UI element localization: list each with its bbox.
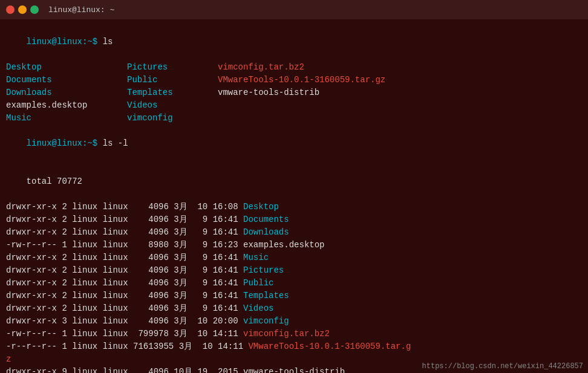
lsl-row-documents: drwxr-xr-x 2 linux linux 4096 3月 9 16:41… xyxy=(6,213,582,226)
ls-item-pictures: Pictures xyxy=(127,61,218,74)
ls-item-vimconfig: vimconfig xyxy=(127,112,218,125)
lsl-row-pictures: drwxr-xr-x 2 linux linux 4096 3月 9 16:41… xyxy=(6,264,582,277)
lsl-row-public: drwxr-xr-x 2 linux linux 4096 3月 9 16:41… xyxy=(6,277,582,290)
ls-item-examples: examples.desktop xyxy=(6,99,127,112)
watermark: https://blog.csdn.net/weixin_44226857 xyxy=(422,362,583,371)
ls-item-vmwaretools: VMwareTools-10.0.1-3160059.tar.gz xyxy=(218,74,385,86)
close-button[interactable] xyxy=(6,5,15,14)
lsl-row-downloads: drwxr-xr-x 2 linux linux 4096 3月 9 16:41… xyxy=(6,226,582,239)
ls-item-documents: Documents xyxy=(6,74,127,86)
ls-item-templates: Templates xyxy=(127,86,218,99)
ls-item-desktop: Desktop xyxy=(6,61,127,74)
title-bar: linux@linux: ~ xyxy=(0,0,588,19)
lsl-row-vmwaretools: -r--r--r-- 1 linux linux 71613955 3月 10 … xyxy=(6,340,582,353)
lsl-row-examples: -rw-r--r-- 1 linux linux 8980 3月 9 16:23… xyxy=(6,239,582,251)
terminal[interactable]: linux@linux:~$ ls Desktop Pictures vimco… xyxy=(0,19,588,373)
window-title: linux@linux: ~ xyxy=(48,5,114,15)
command-1: ls xyxy=(97,37,113,47)
lsl-row-vimconfig-tar: -rw-r--r-- 1 linux linux 799978 3月 10 14… xyxy=(6,328,582,340)
ls-grid-row-5: Music vimconfig xyxy=(6,112,582,125)
command-2: ls -l xyxy=(97,138,128,148)
maximize-button[interactable] xyxy=(30,5,39,14)
prompt-user-1: linux@linux:~$ xyxy=(27,37,98,47)
minimize-button[interactable] xyxy=(18,5,27,14)
ls-item-vimconfig-tar: vimconfig.tar.bz2 xyxy=(218,61,304,74)
ls-grid-row-2: Documents Public VMwareTools-10.0.1-3160… xyxy=(6,74,582,86)
ls-grid-row-4: examples.desktop Videos xyxy=(6,99,582,112)
ls-item-videos: Videos xyxy=(127,99,218,112)
prompt-user-2: linux@linux:~$ xyxy=(27,138,98,148)
window-controls[interactable] xyxy=(6,5,39,14)
prompt-line-2: linux@linux:~$ ls -l xyxy=(6,125,582,163)
total-line: total 70772 xyxy=(6,163,582,201)
ls-item-public: Public xyxy=(127,74,218,86)
lsl-row-vimconfig: drwxr-xr-x 3 linux linux 4096 3月 10 20:0… xyxy=(6,315,582,328)
lsl-row-videos: drwxr-xr-x 2 linux linux 4096 3月 9 16:41… xyxy=(6,302,582,315)
ls-grid-row-1: Desktop Pictures vimconfig.tar.bz2 xyxy=(6,61,582,74)
ls-item-downloads: Downloads xyxy=(6,86,127,99)
lsl-row-desktop: drwxr-xr-x 2 linux linux 4096 3月 10 16:0… xyxy=(6,201,582,213)
prompt-line-1: linux@linux:~$ ls xyxy=(6,23,582,61)
ls-item-vmware-distrib: vmware-tools-distrib xyxy=(218,86,319,99)
lsl-row-music: drwxr-xr-x 2 linux linux 4096 3月 9 16:41… xyxy=(6,251,582,264)
ls-grid-row-3: Downloads Templates vmware-tools-distrib xyxy=(6,86,582,99)
ls-item-music: Music xyxy=(6,112,127,125)
lsl-row-templates: drwxr-xr-x 2 linux linux 4096 3月 9 16:41… xyxy=(6,290,582,302)
